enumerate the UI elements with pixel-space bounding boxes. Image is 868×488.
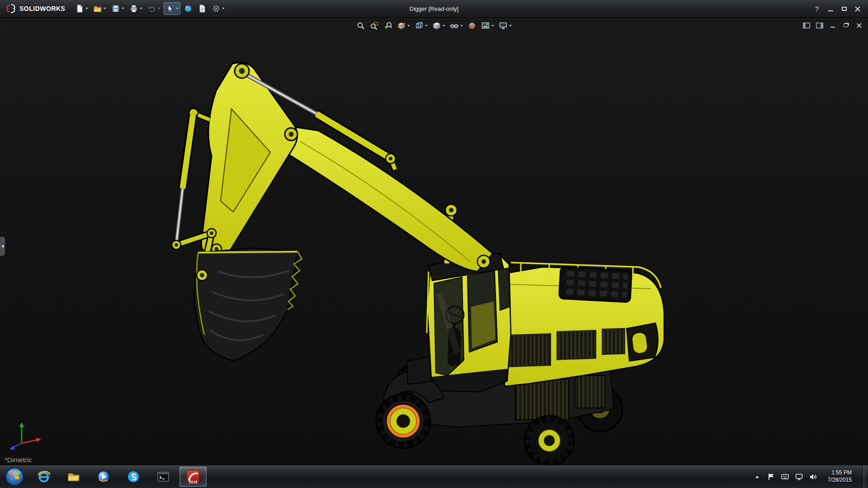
chevron-down-icon[interactable] (104, 8, 106, 9)
zoom-to-fit-button[interactable] (355, 20, 367, 32)
file-properties-button[interactable] (196, 2, 208, 15)
zoom-to-area-button[interactable] (368, 20, 380, 32)
orientation-triad[interactable] (5, 420, 43, 453)
headsup-toolbar (355, 20, 513, 32)
display-style-icon (432, 21, 441, 30)
rear-wheel[interactable] (524, 416, 574, 465)
internet-explorer-icon (37, 470, 51, 483)
excavator-model[interactable] (0, 18, 868, 465)
restore-document-button[interactable] (841, 21, 850, 29)
new-document-button[interactable] (73, 2, 90, 15)
new-document-icon (75, 4, 84, 13)
show-hidden-icons-button[interactable] (753, 471, 761, 482)
viewport[interactable]: *Dimetric (0, 18, 868, 465)
brand: SOLIDWORKS (0, 4, 73, 14)
skype-icon (127, 470, 140, 483)
section-view-icon (397, 21, 406, 30)
previous-view-button[interactable] (382, 20, 394, 32)
display-tray-button[interactable] (795, 471, 803, 482)
action-center-flag-button[interactable] (767, 471, 775, 482)
select-button[interactable] (164, 2, 180, 15)
windows-start-icon (5, 467, 24, 486)
chevron-down-icon[interactable] (122, 8, 124, 9)
file-properties-icon (198, 4, 207, 13)
chevron-down-icon[interactable] (176, 8, 179, 9)
taskbar-media-player[interactable] (90, 467, 117, 487)
clock-time: 1:55 PM (828, 469, 852, 477)
show-pane-left-button[interactable] (802, 21, 811, 29)
bucket[interactable] (194, 248, 302, 361)
titlebar: SOLIDWORKS (0, 0, 868, 18)
screen: SOLIDWORKS (0, 0, 868, 488)
show-pane-right-button[interactable] (815, 21, 824, 29)
minimize-document-button[interactable] (828, 21, 837, 29)
close-icon (855, 6, 860, 12)
show-desktop-button[interactable] (862, 465, 867, 488)
document-window-controls (802, 21, 863, 29)
apply-scene-icon (481, 21, 490, 30)
main-toolbar (73, 2, 226, 15)
start-button[interactable] (0, 465, 29, 488)
taskbar-internet-explorer[interactable] (30, 467, 57, 487)
display-icon (795, 474, 803, 480)
brand-text: SOLIDWORKS (19, 5, 65, 12)
folder-icon (67, 470, 80, 483)
collapse-arrow-icon (1, 244, 4, 248)
view-settings-icon (499, 21, 508, 30)
input-indicator-button[interactable] (781, 471, 789, 482)
minimize-button[interactable] (825, 4, 836, 14)
engine-body[interactable] (505, 263, 664, 386)
chevron-down-icon[interactable] (491, 25, 494, 27)
view-orientation-button[interactable] (413, 20, 429, 32)
help-button[interactable]: ? (811, 4, 823, 14)
chevron-down-icon[interactable] (509, 25, 512, 27)
appearance-sphere-icon (467, 21, 476, 30)
maximize-button[interactable] (838, 4, 850, 14)
taskbar-windows-explorer[interactable] (60, 467, 87, 487)
view-settings-button[interactable] (497, 20, 513, 32)
chevron-up-icon (755, 476, 759, 478)
taskbar: 2015 1:55 PM 7/28/2015 (0, 465, 868, 488)
chevron-down-icon[interactable] (140, 8, 142, 9)
print-icon (129, 4, 138, 13)
hide-show-items-button[interactable] (448, 20, 464, 32)
volume-button[interactable] (809, 471, 817, 482)
dassault-systemes-logo-icon (5, 4, 16, 14)
print-button[interactable] (127, 2, 144, 15)
options-button[interactable] (210, 2, 226, 15)
open-document-button[interactable] (91, 2, 108, 15)
zoom-to-area-icon (370, 21, 379, 30)
apply-scene-button[interactable] (480, 20, 495, 32)
rebuild-button[interactable] (182, 2, 194, 15)
boom-assembly[interactable] (172, 63, 493, 272)
rebuild-icon (184, 4, 193, 13)
section-view-button[interactable] (396, 20, 411, 32)
chevron-down-icon[interactable] (85, 8, 88, 9)
pane-left-icon (803, 23, 810, 28)
save-button[interactable] (109, 2, 126, 15)
panel-collapse-tab[interactable] (0, 237, 5, 256)
chevron-down-icon[interactable] (425, 25, 428, 27)
taskbar-solidworks[interactable]: 2015 (179, 467, 207, 487)
undo-button[interactable] (146, 2, 162, 15)
window-controls: ? (811, 0, 863, 18)
clock-date: 7/28/2015 (828, 477, 852, 484)
chevron-down-icon[interactable] (460, 25, 463, 27)
system-tray: 1:55 PM 7/28/2015 (753, 465, 868, 488)
close-button[interactable] (852, 4, 863, 14)
save-icon (111, 4, 120, 13)
previous-view-icon (383, 21, 392, 30)
edit-appearance-button[interactable] (466, 20, 478, 32)
taskbar-command-prompt[interactable] (150, 467, 177, 487)
display-style-button[interactable] (431, 20, 447, 32)
chevron-down-icon[interactable] (222, 8, 225, 9)
chevron-down-icon[interactable] (443, 25, 445, 27)
taskbar-skype[interactable] (120, 467, 147, 487)
speaker-icon (810, 474, 817, 480)
x-axis (22, 440, 38, 443)
chevron-down-icon[interactable] (407, 25, 410, 27)
front-wheel[interactable] (376, 394, 430, 448)
close-document-button[interactable] (854, 21, 863, 29)
chevron-down-icon[interactable] (158, 8, 160, 9)
taskbar-clock[interactable]: 1:55 PM 7/28/2015 (823, 469, 856, 483)
